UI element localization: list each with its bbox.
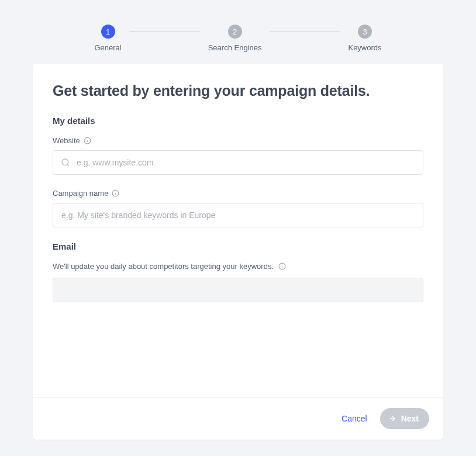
svg-point-3 <box>62 159 68 165</box>
cancel-button[interactable]: Cancel <box>339 410 370 427</box>
step-connector <box>130 32 200 32</box>
website-input[interactable] <box>53 150 423 175</box>
next-button[interactable]: Next <box>380 408 429 429</box>
step-label-search-engines: Search Engines <box>208 43 262 52</box>
step-connector <box>270 32 340 32</box>
step-search-engines[interactable]: 2 Search Engines <box>208 25 262 52</box>
field-campaign-name: Campaign name <box>53 189 423 227</box>
step-number-3: 3 <box>358 25 372 39</box>
field-website: Website <box>53 136 423 175</box>
step-keywords[interactable]: 3 Keywords <box>348 25 381 52</box>
info-icon[interactable] <box>112 189 119 197</box>
website-label: Website <box>53 136 80 145</box>
email-hint: We'll update you daily about competitors… <box>53 262 274 271</box>
section-my-details: My details Website <box>53 116 423 227</box>
page-title: Get started by entering your campaign de… <box>53 82 423 99</box>
email-input[interactable] <box>53 278 423 302</box>
section-heading-email: Email <box>53 241 423 251</box>
stepper: 1 General 2 Search Engines 3 Keywords <box>0 0 476 64</box>
arrow-right-icon <box>388 414 396 423</box>
campaign-name-input[interactable] <box>53 203 423 227</box>
info-icon[interactable] <box>84 137 91 144</box>
step-number-1: 1 <box>101 25 115 39</box>
campaign-name-label: Campaign name <box>53 189 108 198</box>
search-icon <box>61 158 70 167</box>
card-body: Get started by entering your campaign de… <box>33 64 443 397</box>
section-email: Email We'll update you daily about compe… <box>53 241 423 302</box>
step-number-2: 2 <box>228 25 242 39</box>
step-label-general: General <box>94 43 121 52</box>
step-label-keywords: Keywords <box>348 43 381 52</box>
card-footer: Cancel Next <box>33 397 443 440</box>
step-general[interactable]: 1 General <box>94 25 121 52</box>
next-button-label: Next <box>401 414 419 423</box>
svg-line-4 <box>67 164 69 166</box>
campaign-form-card: Get started by entering your campaign de… <box>33 64 443 440</box>
info-icon[interactable] <box>278 262 286 270</box>
section-heading-details: My details <box>53 116 423 126</box>
